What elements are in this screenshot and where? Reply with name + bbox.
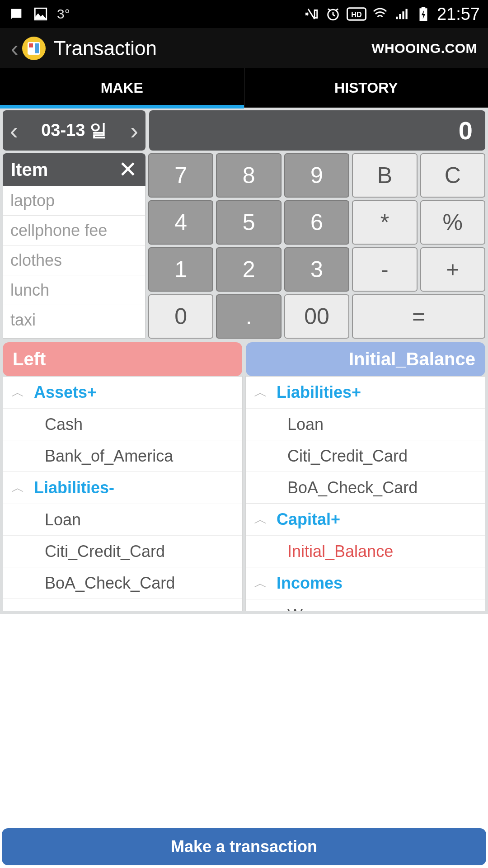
make-transaction-label: Make a transaction bbox=[171, 837, 317, 856]
chevron-up-icon: ︿ bbox=[11, 383, 25, 402]
category-group-header[interactable]: ︿Incomes bbox=[246, 567, 485, 599]
key-minus[interactable]: - bbox=[352, 247, 417, 292]
tab-history-label: HISTORY bbox=[334, 80, 398, 96]
page-title: Transaction bbox=[54, 37, 157, 60]
item-header[interactable]: Item ✕ bbox=[3, 153, 145, 186]
category-item[interactable]: Wages bbox=[246, 599, 485, 611]
tabs: MAKE HISTORY bbox=[0, 68, 488, 108]
status-bar: 3° HD 21:57 bbox=[0, 0, 488, 28]
amount-display[interactable]: 0 bbox=[149, 110, 485, 151]
key-8[interactable]: 8 bbox=[216, 153, 281, 198]
key-plus[interactable]: + bbox=[420, 247, 485, 292]
category-group-header[interactable]: ︿Liabilities- bbox=[3, 472, 242, 504]
clock: 21:57 bbox=[437, 5, 480, 24]
svg-rect-5 bbox=[422, 7, 426, 9]
key-dot[interactable]: . bbox=[216, 294, 281, 339]
date-picker[interactable]: ‹ 03-13 일 › bbox=[3, 110, 145, 151]
left-accounts-list[interactable]: ︿Assets+CashBank_of_America︿Liabilities-… bbox=[3, 376, 243, 611]
close-icon[interactable]: ✕ bbox=[118, 156, 137, 183]
chevron-up-icon: ︿ bbox=[254, 574, 267, 593]
key-1[interactable]: 1 bbox=[148, 247, 213, 292]
key-3[interactable]: 3 bbox=[284, 247, 349, 292]
left-account-button[interactable]: Left bbox=[3, 342, 242, 376]
tab-make[interactable]: MAKE bbox=[0, 68, 244, 108]
category-group-header[interactable]: ︿Liabilities+ bbox=[246, 377, 485, 408]
battery-charging-icon bbox=[415, 6, 432, 22]
category-group-label: Assets+ bbox=[34, 383, 97, 402]
category-group-label: Incomes bbox=[277, 574, 343, 593]
list-item[interactable]: laptop bbox=[3, 186, 145, 216]
key-equals[interactable]: = bbox=[352, 294, 485, 339]
category-item[interactable]: Citi_Credit_Card bbox=[246, 440, 485, 472]
right-account-button[interactable]: Initial_Balance bbox=[246, 342, 485, 376]
key-00[interactable]: 00 bbox=[284, 294, 349, 339]
date-label: 03-13 일 bbox=[41, 119, 107, 142]
list-item[interactable]: clothes bbox=[3, 245, 145, 275]
category-item[interactable]: Citi_Credit_Card bbox=[3, 535, 242, 567]
category-item[interactable]: Loan bbox=[3, 504, 242, 535]
temperature: 3° bbox=[57, 6, 70, 22]
chevron-up-icon: ︿ bbox=[254, 510, 267, 529]
category-group-label: Capital+ bbox=[277, 510, 340, 529]
key-0[interactable]: 0 bbox=[148, 294, 213, 339]
category-group-header[interactable]: ︿Assets+ bbox=[3, 377, 242, 408]
key-6[interactable]: 6 bbox=[284, 200, 349, 245]
tab-history[interactable]: HISTORY bbox=[244, 68, 488, 108]
key-4[interactable]: 4 bbox=[148, 200, 213, 245]
key-5[interactable]: 5 bbox=[216, 200, 281, 245]
back-icon[interactable]: ‹ bbox=[11, 35, 19, 61]
category-group-label: Liabilities+ bbox=[277, 383, 361, 402]
signal-icon bbox=[394, 6, 410, 22]
category-item[interactable]: Initial_Balance bbox=[246, 535, 485, 567]
category-group-header[interactable]: ︿Capital+ bbox=[246, 504, 485, 535]
tab-make-label: MAKE bbox=[101, 80, 143, 96]
keypad: 7 8 9 B C 4 5 6 * % 1 2 3 - + 0 . 00 = bbox=[148, 153, 485, 339]
item-label: Item bbox=[11, 160, 48, 180]
category-item[interactable]: Loan bbox=[246, 408, 485, 440]
right-accounts-list[interactable]: ︿Liabilities+LoanCiti_Credit_CardBoA_Che… bbox=[245, 376, 485, 611]
list-item[interactable]: cellphone fee bbox=[3, 216, 145, 245]
category-item[interactable]: Cash bbox=[3, 408, 242, 440]
alarm-icon bbox=[325, 6, 341, 22]
brand-label: WHOOING.COM bbox=[371, 41, 477, 56]
app-header: ‹ Transaction WHOOING.COM bbox=[0, 28, 488, 68]
key-7[interactable]: 7 bbox=[148, 153, 213, 198]
category-group-label: Liabilities- bbox=[34, 478, 114, 497]
next-day-icon[interactable]: › bbox=[127, 117, 141, 145]
left-account-label: Left bbox=[13, 349, 46, 369]
list-item[interactable]: lunch bbox=[3, 275, 145, 305]
chevron-up-icon: ︿ bbox=[254, 383, 267, 402]
make-transaction-button[interactable]: Make a transaction bbox=[2, 828, 486, 865]
key-9[interactable]: 9 bbox=[284, 153, 349, 198]
right-account-label: Initial_Balance bbox=[349, 349, 475, 369]
category-item[interactable]: Bank_of_America bbox=[3, 440, 242, 472]
hd-icon: HD bbox=[347, 6, 366, 22]
prev-day-icon[interactable]: ‹ bbox=[7, 117, 21, 145]
category-item[interactable]: BoA_Check_Card bbox=[3, 567, 242, 599]
app-indicator-icon bbox=[8, 6, 24, 22]
key-percent[interactable]: % bbox=[420, 200, 485, 245]
category-item[interactable]: BoA_Check_Card bbox=[246, 472, 485, 503]
chevron-up-icon: ︿ bbox=[11, 479, 25, 497]
key-2[interactable]: 2 bbox=[216, 247, 281, 292]
key-backspace[interactable]: B bbox=[352, 153, 417, 198]
list-item[interactable]: taxi bbox=[3, 305, 145, 335]
item-suggestions: laptop cellphone fee clothes lunch taxi bbox=[3, 186, 145, 339]
key-clear[interactable]: C bbox=[420, 153, 485, 198]
svg-text:HD: HD bbox=[351, 10, 361, 19]
wifi-icon bbox=[372, 6, 388, 22]
image-icon bbox=[33, 6, 49, 22]
vibrate-icon bbox=[303, 6, 319, 22]
app-logo-icon bbox=[22, 37, 46, 60]
key-multiply[interactable]: * bbox=[352, 200, 417, 245]
